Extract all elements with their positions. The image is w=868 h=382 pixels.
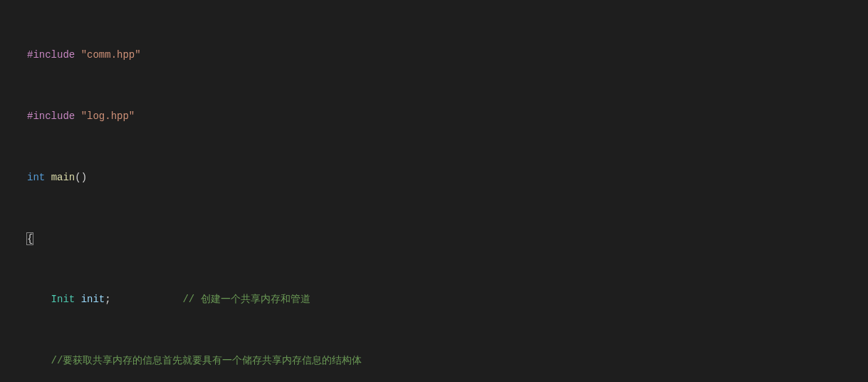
code-editor[interactable]: #include "comm.hpp" #include "log.hpp" i… xyxy=(0,0,868,382)
variable: init xyxy=(81,294,105,305)
open-brace: { xyxy=(26,232,33,245)
code-line[interactable]: #include "log.hpp" xyxy=(27,106,868,127)
code-line[interactable]: { xyxy=(27,229,868,249)
include-directive: #include xyxy=(27,110,75,122)
code-line[interactable]: int main() xyxy=(27,167,868,188)
include-path: "comm.hpp" xyxy=(81,49,141,61)
include-directive: #include xyxy=(27,49,75,61)
include-path: "log.hpp" xyxy=(81,110,135,122)
comment: //要获取共享内存的信息首先就要具有一个储存共享内存信息的结构体 xyxy=(51,355,362,366)
code-line[interactable]: Init init; // 创建一个共享内存和管道 xyxy=(27,289,868,310)
function-name: main xyxy=(51,172,75,183)
type-keyword: int xyxy=(27,172,45,183)
type-name: Init xyxy=(51,294,75,305)
code-line[interactable]: //要获取共享内存的信息首先就要具有一个储存共享内存信息的结构体 xyxy=(27,351,868,371)
comment: // 创建一个共享内存和管道 xyxy=(182,294,310,305)
code-line[interactable]: #include "comm.hpp" xyxy=(27,45,868,66)
